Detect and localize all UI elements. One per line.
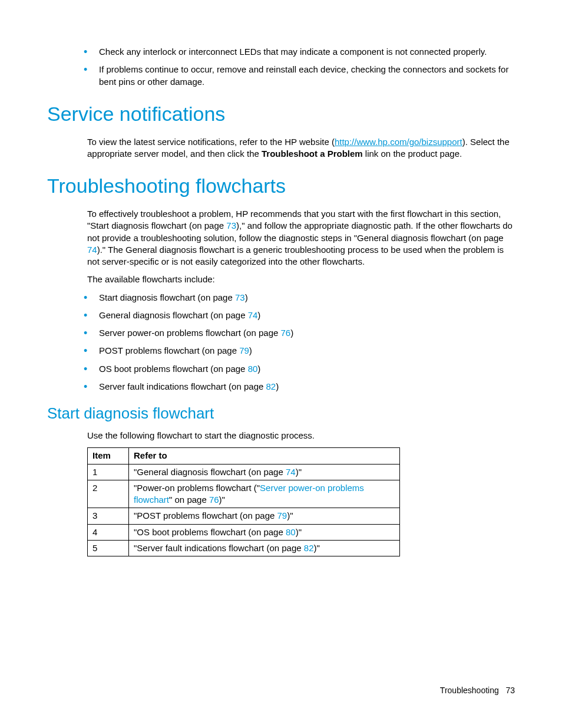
text: To view the latest service notifications… <box>87 137 335 147</box>
list-item: Start diagnosis flowchart (on page 73) <box>99 292 515 304</box>
th-item: Item <box>88 448 129 464</box>
trouble-paragraph-1: To effectively troubleshoot a problem, H… <box>47 208 515 268</box>
text: ) <box>249 345 252 355</box>
cell-item: 4 <box>88 524 129 540</box>
text: )" <box>296 527 302 537</box>
table-row: 5"Server fault indications flowchart (on… <box>88 540 400 556</box>
heading-service-notifications: Service notifications <box>47 101 515 128</box>
list-item: Server power-on problems flowchart (on p… <box>99 327 515 339</box>
heading-troubleshooting-flowcharts: Troubleshooting flowcharts <box>47 173 515 200</box>
cell-refer: "General diagnosis flowchart (on page 74… <box>129 464 400 480</box>
cell-refer: "Power-on problems flowchart ("Server po… <box>129 480 400 508</box>
cell-item: 5 <box>88 540 129 556</box>
text: POST problems flowchart (on page <box>99 345 239 355</box>
page-ref[interactable]: 76 <box>280 328 290 338</box>
cell-refer: "OS boot problems flowchart (on page 80)… <box>129 524 400 540</box>
text: )." The General diagnosis flowchart is a… <box>87 245 504 266</box>
text: )" <box>314 543 320 553</box>
bold-text: Troubleshoot a Problem <box>262 149 363 159</box>
table-row: 3"POST problems flowchart (on page 79)" <box>88 508 400 524</box>
page-ref[interactable]: 76 <box>209 495 219 505</box>
list-item: General diagnosis flowchart (on page 74) <box>99 309 515 321</box>
table-row: 1"General diagnosis flowchart (on page 7… <box>88 464 400 480</box>
table-row: 4"OS boot problems flowchart (on page 80… <box>88 524 400 540</box>
table-row: 2"Power-on problems flowchart ("Server p… <box>88 480 400 508</box>
page-ref[interactable]: 79 <box>277 510 287 521</box>
text: Server fault indications flowchart (on p… <box>99 381 266 391</box>
text: OS boot problems flowchart (on page <box>99 364 248 374</box>
page-ref[interactable]: 73 <box>226 220 236 230</box>
cell-item: 2 <box>88 480 129 508</box>
list-item: OS boot problems flowchart (on page 80) <box>99 363 515 375</box>
text: "POST problems flowchart (on page <box>134 510 277 521</box>
text: "General diagnosis flowchart (on page <box>134 467 286 477</box>
page-ref[interactable]: 80 <box>248 364 258 374</box>
hp-support-link[interactable]: http://www.hp.com/go/bizsupport <box>335 137 462 147</box>
footer-section: Troubleshooting <box>440 686 499 695</box>
flowchart-list: Start diagnosis flowchart (on page 73)Ge… <box>47 292 515 393</box>
text: "Server fault indications flowchart (on … <box>134 543 304 553</box>
footer-page-number: 73 <box>505 686 515 695</box>
intro-bullet-list: Check any interlock or interconnect LEDs… <box>47 46 515 88</box>
cell-item: 3 <box>88 508 129 524</box>
text: ) <box>245 292 248 302</box>
text: )" <box>287 510 293 521</box>
text: "OS boot problems flowchart (on page <box>134 527 286 537</box>
text: Server power-on problems flowchart (on p… <box>99 328 280 338</box>
page-footer: Troubleshooting 73 <box>440 685 515 696</box>
text: )" <box>296 467 302 477</box>
page-ref[interactable]: 80 <box>286 527 296 537</box>
list-item: If problems continue to occur, remove an… <box>99 64 515 88</box>
page-ref[interactable]: 74 <box>286 467 296 477</box>
page-ref[interactable]: 73 <box>235 292 245 302</box>
text: " on page <box>169 495 209 505</box>
list-item: POST problems flowchart (on page 79) <box>99 345 515 357</box>
page-ref[interactable]: 82 <box>266 381 276 391</box>
text: ) <box>257 364 260 374</box>
text: ) <box>290 328 293 338</box>
cell-refer: "Server fault indications flowchart (on … <box>129 540 400 556</box>
text: General diagnosis flowchart (on page <box>99 310 248 320</box>
heading-start-diagnosis: Start diagnosis flowchart <box>47 403 515 424</box>
flowchart-table: Item Refer to 1"General diagnosis flowch… <box>87 447 400 556</box>
text: ) <box>276 381 279 391</box>
text: )" <box>219 495 225 505</box>
service-paragraph: To view the latest service notifications… <box>47 136 515 160</box>
th-refer: Refer to <box>129 448 400 464</box>
list-item: Check any interlock or interconnect LEDs… <box>99 46 515 58</box>
trouble-paragraph-2: The available flowcharts include: <box>47 274 515 285</box>
text: Start diagnosis flowchart (on page <box>99 292 235 302</box>
list-item: Server fault indications flowchart (on p… <box>99 381 515 393</box>
page-ref[interactable]: 82 <box>304 543 314 553</box>
cell-item: 1 <box>88 464 129 480</box>
table-header-row: Item Refer to <box>88 448 400 464</box>
text: "Power-on problems flowchart (" <box>134 483 260 493</box>
page-ref[interactable]: 79 <box>239 345 249 355</box>
start-paragraph: Use the following flowchart to start the… <box>47 430 515 442</box>
text: link on the product page. <box>363 149 462 159</box>
page-ref[interactable]: 74 <box>87 245 97 255</box>
cell-refer: "POST problems flowchart (on page 79)" <box>129 508 400 524</box>
text: ) <box>257 310 260 320</box>
page-ref[interactable]: 74 <box>248 310 258 320</box>
